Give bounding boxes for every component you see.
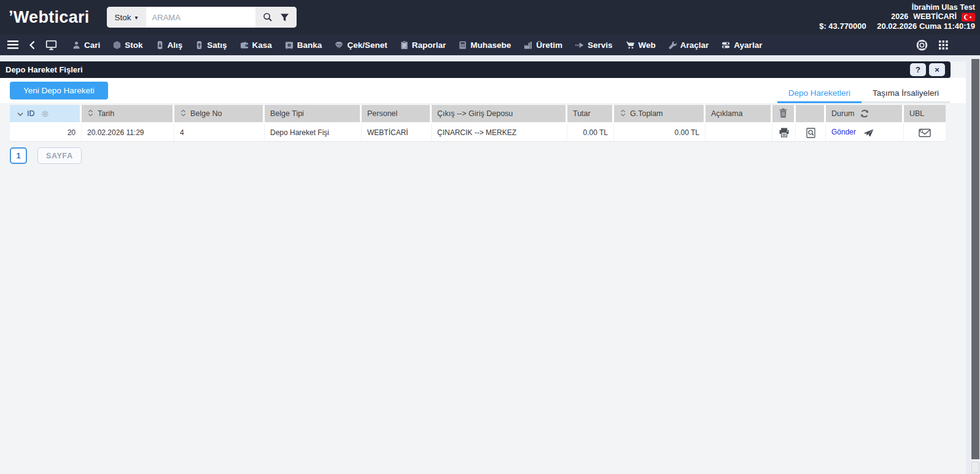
refresh-icon[interactable] <box>860 109 869 118</box>
sliders-icon <box>721 41 731 50</box>
turkish-flag-icon <box>962 13 975 21</box>
column-header-durum[interactable]: Durum <box>826 105 904 124</box>
menubar-item-banka[interactable]: Banka <box>281 41 326 50</box>
cell-preview <box>796 124 826 142</box>
vertical-scrollbar[interactable] <box>971 58 980 474</box>
menubar-item-servis[interactable]: Servis <box>571 41 616 50</box>
menubar-item-raporlar[interactable]: Raporlar <box>396 41 450 50</box>
menubar-item-label: Satış <box>207 41 227 50</box>
column-header-tarih[interactable]: Tarih <box>82 105 174 124</box>
menubar-item-cek-senet[interactable]: Çek/Senet <box>330 41 391 50</box>
cell-tarih: 20.02.2026 11:29 <box>82 124 174 142</box>
menubar-item-uretim[interactable]: Üretim <box>519 41 566 50</box>
chevron-left-icon[interactable] <box>28 39 36 51</box>
column-header-tutar[interactable]: Tutar <box>567 105 614 124</box>
new-depo-hareketi-button[interactable]: Yeni Depo Hareketi <box>10 82 108 99</box>
menubar-item-muhasebe[interactable]: Muhasebe <box>454 41 515 50</box>
search-category-label: Stok <box>115 13 131 22</box>
arrow-down-icon <box>155 41 165 50</box>
menubar-item-label: Web <box>639 41 656 50</box>
menubar-item-label: Araçlar <box>680 41 709 50</box>
table-row[interactable]: 20 20.02.2026 11:29 4 Depo Hareket Fişi … <box>10 124 946 142</box>
preview-icon[interactable] <box>806 128 815 138</box>
topbar: Webticari Stok ▾ İbrahim Ulas Test 2026 … <box>0 0 980 34</box>
cell-belge-no: 4 <box>174 124 265 142</box>
menubar-item-label: Muhasebe <box>470 41 511 50</box>
fast-forward-icon <box>575 41 585 50</box>
menubar-item-cari[interactable]: Cari <box>68 41 104 50</box>
cell-tutar: 0.00 TL <box>567 124 614 142</box>
monitor-icon[interactable] <box>44 39 58 52</box>
menubar-item-label: Cari <box>84 41 100 50</box>
page-title: Depo Hareket Fişleri <box>6 65 83 74</box>
search-category-dropdown[interactable]: Stok ▾ <box>107 7 146 28</box>
clipboard-icon <box>400 41 409 50</box>
trash-icon[interactable] <box>779 108 788 118</box>
support-ring-icon[interactable] <box>915 38 929 52</box>
menubar-item-label: Kasa <box>252 41 272 50</box>
column-header-empty <box>796 105 826 124</box>
pagination: 1 SAYFA <box>10 147 956 164</box>
cell-id: 20 <box>10 124 82 142</box>
user-name: İbrahim Ulas Test <box>811 3 975 12</box>
column-header-depo[interactable]: Çıkış --> Giriş Deposu <box>432 105 567 124</box>
menubar-item-alis[interactable]: Alış <box>152 41 187 50</box>
menubar-item-label: Raporlar <box>412 41 446 50</box>
tab-depo-hareketleri[interactable]: Depo Hareketleri <box>777 83 861 103</box>
chevron-down-icon: ▾ <box>135 14 138 21</box>
cart-icon <box>625 41 636 50</box>
column-header-g-toplam[interactable]: G.Toplam <box>614 105 706 124</box>
column-header-aciklama[interactable]: Açıklama <box>706 105 772 124</box>
printer-icon[interactable] <box>779 128 790 138</box>
column-header-belge-tipi[interactable]: Belge Tipi <box>265 105 362 124</box>
scrollbar-thumb[interactable] <box>971 59 979 459</box>
paper-plane-icon[interactable] <box>863 128 874 138</box>
factory-icon <box>523 41 533 50</box>
calculator-icon <box>458 41 467 50</box>
sayfa-button[interactable]: SAYFA <box>37 147 82 164</box>
depo-hareket-table: ID Tarih Belge No Belge Tipi Personel Çı… <box>10 105 946 142</box>
scrollbar-down-button[interactable] <box>971 462 979 473</box>
arrow-up-icon <box>195 41 204 50</box>
menubar-item-label: Çek/Senet <box>347 41 387 50</box>
exchange-rate: $: 43.770000 <box>819 21 866 31</box>
cell-ubl <box>904 124 946 142</box>
tab-tasima-irsaliyeleri[interactable]: Taşıma İrsaliyeleri <box>861 83 950 103</box>
menubar-item-label: Stok <box>125 41 142 50</box>
menubar-item-ayarlar[interactable]: Ayarlar <box>717 41 766 50</box>
help-button[interactable]: ? <box>910 63 926 76</box>
envelope-icon[interactable] <box>919 128 931 138</box>
search-input[interactable] <box>146 7 255 28</box>
cell-aciklama <box>706 124 772 142</box>
sort-icon <box>87 109 94 117</box>
menubar-item-label: Servis <box>588 41 613 50</box>
tabs: Depo Hareketleri Taşıma İrsaliyeleri <box>777 83 950 103</box>
search-icon[interactable] <box>263 12 273 22</box>
cell-personel: WEBTİCARİ <box>362 124 432 142</box>
person-icon <box>72 41 81 50</box>
column-header-id[interactable]: ID <box>10 105 82 124</box>
menubar-item-satis[interactable]: Satış <box>191 41 230 50</box>
column-header-delete[interactable] <box>772 105 796 124</box>
depo-hareket-panel: Depo Hareket Fişleri ? × Yeni Depo Harek… <box>0 61 966 474</box>
menubar-item-label: Üretim <box>536 41 562 50</box>
gonder-link[interactable]: Gönder <box>831 128 856 136</box>
menubar-item-stok[interactable]: Stok <box>109 41 146 50</box>
hamburger-icon[interactable] <box>6 39 20 50</box>
page-1-button[interactable]: 1 <box>10 147 27 164</box>
column-header-ubl[interactable]: UBL <box>904 105 946 124</box>
close-button[interactable]: × <box>929 63 945 76</box>
global-search: Stok ▾ <box>107 7 297 28</box>
menubar-item-web[interactable]: Web <box>621 41 659 50</box>
filter-funnel-icon[interactable] <box>280 13 289 22</box>
menubar-item-kasa[interactable]: Kasa <box>236 41 276 50</box>
menubar-item-araclar[interactable]: Araçlar <box>664 41 713 50</box>
gear-icon[interactable] <box>41 110 49 118</box>
apps-grid-icon[interactable] <box>938 39 949 51</box>
menubar-left-controls <box>6 39 58 52</box>
hexagon-icon <box>112 41 122 50</box>
app-logo: Webticari <box>9 8 90 27</box>
column-header-belge-no[interactable]: Belge No <box>174 105 265 124</box>
menubar: Cari Stok Alış Satış Kasa Banka Çek/Sene… <box>0 34 980 55</box>
column-header-personel[interactable]: Personel <box>362 105 432 124</box>
